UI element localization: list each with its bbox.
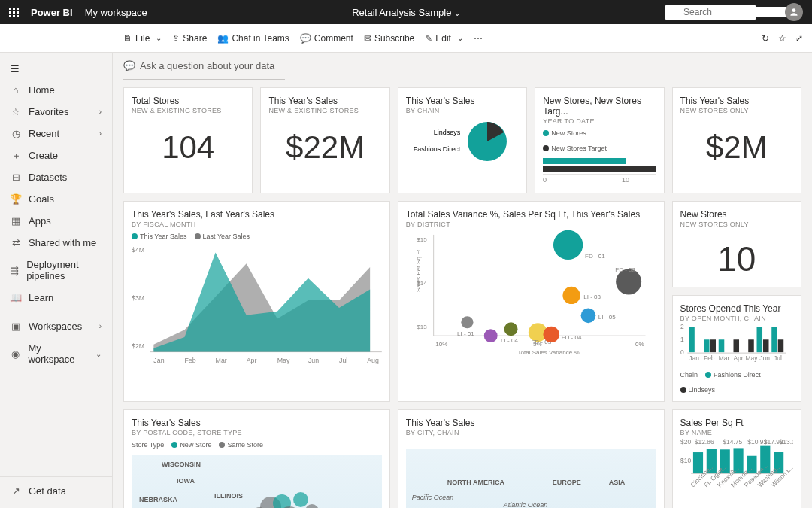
svg-text:-5%: -5%	[531, 341, 541, 348]
svg-text:LI - 04: LI - 04	[501, 337, 518, 344]
svg-text:$13: $13	[417, 324, 427, 330]
svg-rect-49	[689, 327, 695, 352]
svg-text:$20: $20	[680, 438, 691, 446]
comment-icon: 💬	[123, 60, 135, 71]
svg-rect-53	[718, 339, 724, 352]
command-bar: 🗎File⌄ ⇪Share 👥Chat in Teams 💬Comment ✉S…	[0, 24, 812, 53]
qna-input[interactable]: 💬Ask a question about your data	[123, 53, 285, 80]
fullscreen-icon[interactable]: ⤢	[795, 33, 803, 44]
svg-rect-51	[704, 339, 710, 352]
favorite-icon[interactable]: ☆	[778, 33, 786, 44]
svg-text:Mar: Mar	[216, 357, 227, 364]
nav-get-data[interactable]: ↗Get data	[0, 480, 112, 502]
svg-text:Sales Per Sq Ft: Sales Per Sq Ft	[415, 249, 422, 292]
avatar-icon: ◉	[11, 348, 20, 359]
svg-text:LI - 03: LI - 03	[583, 294, 601, 300]
tile-sales-sqft[interactable]: Sales Per Sq Ft By Name $20$10 $12.86 $1…	[672, 409, 801, 508]
svg-rect-59	[777, 339, 783, 352]
pie-chart	[463, 117, 511, 166]
svg-text:-10%: -10%	[433, 341, 447, 348]
svg-point-25	[553, 230, 583, 260]
nav-learn[interactable]: 📖Learn	[0, 287, 112, 309]
svg-text:2: 2	[680, 323, 684, 330]
arrow-icon: ↗	[11, 486, 21, 497]
more-commands-icon[interactable]: ⋯	[474, 33, 484, 44]
nav-pipelines[interactable]: ⇶Deployment pipelines	[0, 254, 112, 287]
chevron-down-icon: ⌄	[95, 350, 102, 358]
nav-shared[interactable]: ⇄Shared with me	[0, 232, 112, 254]
chevron-down-icon: ⌄	[454, 9, 460, 17]
file-icon: 🗎	[123, 33, 132, 44]
share-button[interactable]: ⇪Share	[172, 33, 207, 44]
svg-point-33	[504, 322, 517, 336]
svg-text:Jan: Jan	[153, 357, 164, 364]
nav-favorites[interactable]: ☆Favorites›	[0, 101, 112, 123]
svg-text:Feb: Feb	[184, 357, 195, 364]
svg-text:Jul: Jul	[774, 354, 782, 362]
svg-text:10: 10	[622, 176, 629, 182]
svg-point-70	[273, 494, 291, 508]
dataset-icon: ⊟	[11, 172, 21, 183]
tile-ty-ly-sales[interactable]: This Year's Sales, Last Year's Sales By …	[123, 201, 390, 402]
tile-ty-sales-chain[interactable]: This Year's Sales By Chain LindseysFashi…	[398, 87, 527, 193]
svg-point-29	[562, 287, 580, 304]
clock-icon: ◷	[11, 129, 21, 139]
chevron-right-icon: ›	[99, 108, 102, 116]
subscribe-button[interactable]: ✉Subscribe	[364, 33, 414, 44]
svg-text:Feb: Feb	[704, 354, 715, 362]
nav-create[interactable]: ＋Create	[0, 144, 112, 166]
stacked-bar-chart: 210 JanFebMarAprMayJunJul	[680, 322, 793, 364]
tile-total-stores[interactable]: Total Stores New & Existing Stores 104	[123, 87, 253, 193]
global-search[interactable]: ⌕	[665, 5, 756, 20]
nav-home[interactable]: ⌂Home	[0, 79, 112, 101]
tile-sales-city[interactable]: This Year's Sales By City, Chain NORTH A…	[398, 409, 665, 508]
svg-rect-3	[543, 166, 656, 172]
pencil-icon: ✎	[425, 33, 432, 44]
more-options-icon[interactable]: ⋯	[765, 7, 776, 18]
chat-teams-button[interactable]: 👥Chat in Teams	[217, 33, 289, 44]
svg-text:$3M: $3M	[132, 294, 144, 302]
svg-text:May: May	[745, 354, 758, 362]
search-input[interactable]	[683, 7, 796, 17]
comment-button[interactable]: 💬Comment	[300, 33, 353, 44]
tile-ty-sales-new[interactable]: This Year's Sales New Stores Only $2M	[672, 87, 801, 193]
svg-text:FD - 02: FD - 02	[615, 266, 635, 273]
tile-stores-opened[interactable]: Stores Opened This Year By Open Month, C…	[672, 295, 801, 402]
chevron-right-icon: ›	[99, 129, 102, 138]
svg-text:FD - 01: FD - 01	[585, 253, 605, 260]
user-avatar[interactable]	[785, 3, 803, 21]
svg-point-75	[305, 504, 319, 508]
nav-my-workspace[interactable]: ◉My workspace⌄	[0, 337, 112, 370]
brand-label: Power BI	[31, 7, 73, 18]
svg-text:Jan: Jan	[689, 354, 699, 362]
svg-point-41	[484, 329, 498, 342]
tile-variance-scatter[interactable]: Total Sales Variance %, Sales Per Sq Ft,…	[398, 201, 665, 402]
report-title-dropdown[interactable]: Retail Analysis Sample⌄	[352, 7, 460, 18]
area-chart: $4M $3M $2M JanFebMarAprMayJunJulAug	[132, 240, 382, 368]
svg-text:LI - 05: LI - 05	[598, 314, 616, 321]
nav-workspaces[interactable]: ▣Workspaces›	[0, 315, 112, 337]
app-launcher-icon[interactable]	[9, 8, 19, 17]
tile-new-stores[interactable]: New Stores New Stores Only 10	[672, 201, 801, 287]
edit-button[interactable]: ✎Edit⌄	[425, 33, 463, 44]
tile-ty-sales[interactable]: This Year's Sales New & Existing Stores …	[260, 87, 389, 193]
star-icon: ☆	[11, 107, 21, 117]
tile-sales-postal[interactable]: This Year's Sales By Postal Code, Store …	[123, 409, 390, 508]
refresh-icon[interactable]: ↻	[762, 33, 769, 44]
svg-text:$15: $15	[417, 236, 427, 243]
nav-datasets[interactable]: ⊟Datasets	[0, 166, 112, 188]
workspace-label[interactable]: My workspace	[85, 7, 147, 18]
svg-text:0%: 0%	[635, 341, 644, 348]
us-map: WISCONSIN IOWA NEBRASKA MISSOURI ILLINOI…	[132, 455, 382, 508]
teams-icon: 👥	[217, 33, 229, 44]
file-menu[interactable]: 🗎File⌄	[123, 33, 162, 44]
nav-apps[interactable]: ▦Apps	[0, 210, 112, 232]
svg-rect-55	[748, 339, 754, 352]
tile-new-stores-target[interactable]: New Stores, New Stores Targ... Year to D…	[535, 87, 664, 193]
nav-goals[interactable]: 🏆Goals	[0, 188, 112, 210]
svg-text:Apr: Apr	[733, 354, 743, 362]
nav-recent[interactable]: ◷Recent›	[0, 123, 112, 144]
svg-point-73	[293, 492, 308, 507]
hamburger-icon[interactable]: ☰	[0, 59, 112, 79]
svg-text:FD - 04: FD - 04	[561, 334, 581, 341]
